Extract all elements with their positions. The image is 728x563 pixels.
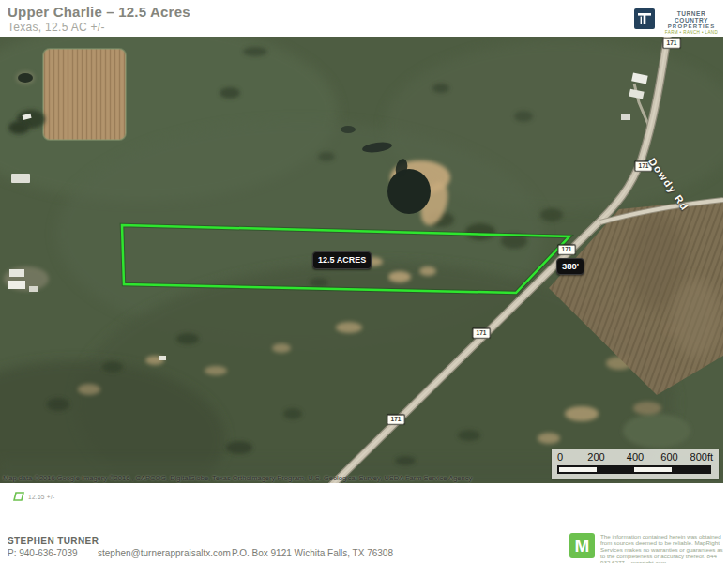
area-polygon-icon (13, 492, 24, 501)
map-scale-bar: 0 200 400 600 800ft (552, 449, 719, 479)
highway-shield-171: 171 (663, 38, 681, 49)
scale-tick: 600 (660, 451, 677, 463)
turner-country-logo: TURNER COUNTRY PROPERTIES FARM • RANCH •… (634, 8, 724, 33)
logo-name-line2: PROPERTIES (660, 23, 723, 29)
frontage-distance-label: 380' (556, 258, 584, 275)
highway-shield-171: 171 (558, 245, 576, 255)
parcel-acreage-label: 12.5 ACRES (312, 251, 372, 269)
scale-tick: 800ft (690, 451, 713, 463)
satellite-map[interactable]: 171 171 171 171 171 12.5 ACRES 380' Dowd… (0, 37, 723, 483)
agent-name: STEPHEN TURNER (8, 536, 99, 546)
highway-shield-171: 171 (473, 328, 491, 339)
scale-tick: 400 (627, 451, 644, 463)
agent-phone: P: 940-636-7039 (8, 548, 78, 558)
acreage-note: 12.65 +/- (13, 492, 55, 501)
scale-tick: 200 (587, 451, 604, 463)
logo-name-line1: TURNER COUNTRY (660, 10, 723, 23)
turner-logo-icon (634, 8, 655, 29)
mapright-disclaimer: The information contained herein was obt… (600, 533, 724, 563)
agent-address: P.O. Box 9121 Wichita Falls, TX 76308 (232, 548, 393, 558)
page-title: Upper Charlie – 12.5 Acres (8, 4, 190, 20)
acreage-note-text: 12.65 +/- (28, 494, 55, 500)
page-subtitle: Texas, 12.5 AC +/- (8, 21, 105, 34)
scale-tick: 0 (557, 451, 563, 463)
agent-email[interactable]: stephen@turnerappraisaltx.com (98, 548, 231, 558)
logo-tagline: FARM • RANCH • LAND (660, 30, 723, 35)
mapright-logo-icon: M (569, 533, 595, 558)
highway-shield-171: 171 (387, 415, 405, 425)
